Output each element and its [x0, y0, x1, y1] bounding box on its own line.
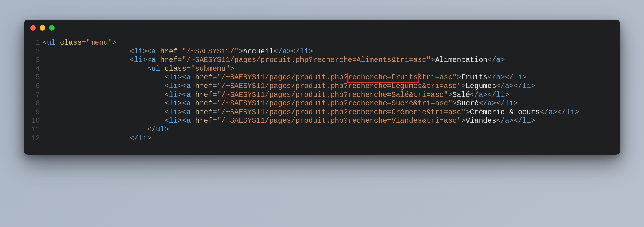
code-token: ><	[178, 73, 186, 81]
minimize-icon[interactable]	[40, 25, 45, 31]
line-number: 7	[24, 91, 40, 100]
code-line[interactable]: <li><a href="/~SAESYS11/pages/produit.ph…	[42, 73, 620, 82]
code-token: >	[531, 82, 535, 90]
code-token: href	[195, 117, 213, 125]
code-token: >	[112, 39, 116, 47]
code-line[interactable]: </ul>	[42, 125, 620, 134]
code-token: <	[130, 47, 134, 56]
code-token: ul	[47, 39, 60, 47]
code-token: >	[461, 82, 466, 90]
code-token: href	[195, 99, 213, 107]
code-line[interactable]: <li><a href="/~SAESYS11/pages/produit.ph…	[42, 108, 620, 117]
code-token: href	[195, 82, 213, 90]
code-token: ><	[178, 117, 186, 125]
code-line[interactable]: <li><a href="/~SAESYS11/pages/produit.ph…	[42, 117, 620, 125]
code-token: "/~SAESYS11/pages/produit.php?	[217, 73, 348, 81]
close-icon[interactable]	[30, 25, 36, 31]
code-token: li	[169, 82, 178, 90]
code-token: Légumes	[466, 82, 496, 90]
code-token: href	[160, 56, 178, 64]
code-token: Fruits	[461, 73, 487, 81]
code-token: "/~SAESYS11/"	[182, 47, 239, 56]
code-line[interactable]: </li>	[42, 134, 620, 143]
code-token: =	[213, 99, 217, 107]
code-token: >	[239, 47, 243, 56]
code-token: </	[147, 125, 156, 134]
code-token: li	[134, 56, 143, 64]
zoom-icon[interactable]	[49, 25, 55, 31]
code-content[interactable]: <ul class="menu"> <li><a href="/~SAESYS1…	[42, 39, 620, 143]
code-token: </	[487, 73, 496, 81]
code-token: >	[164, 125, 169, 134]
code-token: >	[230, 65, 234, 73]
code-token: "submenu"	[191, 65, 230, 73]
code-token: "/~SAESYS11/pages/produit.php?recherche=…	[217, 108, 466, 116]
code-token: ul	[156, 125, 164, 134]
code-token: <	[164, 82, 169, 90]
code-token: a	[186, 91, 195, 99]
code-token: a	[487, 99, 492, 107]
code-token: >	[147, 134, 151, 142]
code-token: >	[514, 99, 518, 107]
code-token: =	[213, 73, 217, 81]
code-token: li	[169, 73, 178, 81]
code-token: li	[300, 47, 309, 56]
code-token: li	[169, 117, 178, 125]
code-line[interactable]: <li><a href="/~SAESYS11/pages/produit.ph…	[42, 99, 620, 108]
code-token: href	[195, 91, 213, 99]
code-token: >	[466, 108, 470, 116]
line-number-gutter: 123456789101112	[24, 39, 42, 143]
line-number: 5	[24, 73, 40, 82]
code-token: class	[164, 65, 186, 73]
code-token: =	[178, 56, 182, 64]
code-token: =	[213, 117, 217, 125]
code-token: >	[575, 108, 579, 116]
code-token: >	[431, 56, 435, 64]
code-token: =	[213, 91, 217, 99]
code-token: a	[186, 99, 195, 107]
code-token: </	[540, 108, 549, 116]
code-token: a	[505, 117, 509, 125]
code-token: li	[169, 91, 178, 99]
code-token: Sucré	[457, 99, 479, 107]
code-token: =	[82, 39, 86, 47]
code-token: Crémerie & oeufs	[470, 108, 539, 116]
code-window: 123456789101112 <ul class="menu"> <li><a…	[24, 20, 620, 155]
code-token: <	[164, 91, 169, 99]
code-token: ><	[178, 82, 186, 90]
code-token: >	[453, 99, 457, 107]
code-editor[interactable]: 123456789101112 <ul class="menu"> <li><a…	[24, 36, 620, 143]
code-token: =	[213, 82, 217, 90]
code-token: li	[522, 117, 531, 125]
code-token: a	[496, 56, 500, 64]
code-token: </	[274, 47, 282, 56]
code-token: a	[186, 108, 195, 116]
code-token: &tri=asc"	[418, 73, 457, 81]
code-line[interactable]: <li><a href="/~SAESYS11/pages/produit.ph…	[42, 56, 620, 65]
code-line[interactable]: <ul class="submenu">	[42, 65, 620, 73]
code-token: <	[164, 99, 169, 107]
code-token: ></	[500, 73, 513, 81]
code-token: a	[479, 91, 483, 99]
code-token: class	[60, 39, 82, 47]
code-token: li	[566, 108, 575, 116]
code-token: =	[178, 47, 182, 56]
code-token: ><	[178, 108, 186, 116]
code-token: <	[147, 65, 151, 73]
code-token: ></	[287, 47, 300, 56]
code-token: li	[496, 91, 505, 99]
code-token: a	[505, 82, 509, 90]
code-token: </	[470, 91, 479, 99]
code-token: href	[195, 73, 213, 81]
code-line[interactable]: <ul class="menu">	[42, 39, 620, 47]
code-token: "/~SAESYS11/pages/produit.php?recherche=…	[217, 91, 448, 99]
code-token: ><	[143, 56, 151, 64]
code-line[interactable]: <li><a href="/~SAESYS11/pages/produit.ph…	[42, 82, 620, 91]
code-token: href	[160, 47, 178, 56]
code-token: a	[186, 82, 195, 90]
code-line[interactable]: <li><a href="/~SAESYS11/">Accueil</a></l…	[42, 47, 620, 56]
code-token: a	[549, 108, 553, 116]
code-token: Salé	[453, 91, 470, 99]
code-line[interactable]: <li><a href="/~SAESYS11/pages/produit.ph…	[42, 91, 620, 100]
line-number: 1	[24, 39, 40, 47]
